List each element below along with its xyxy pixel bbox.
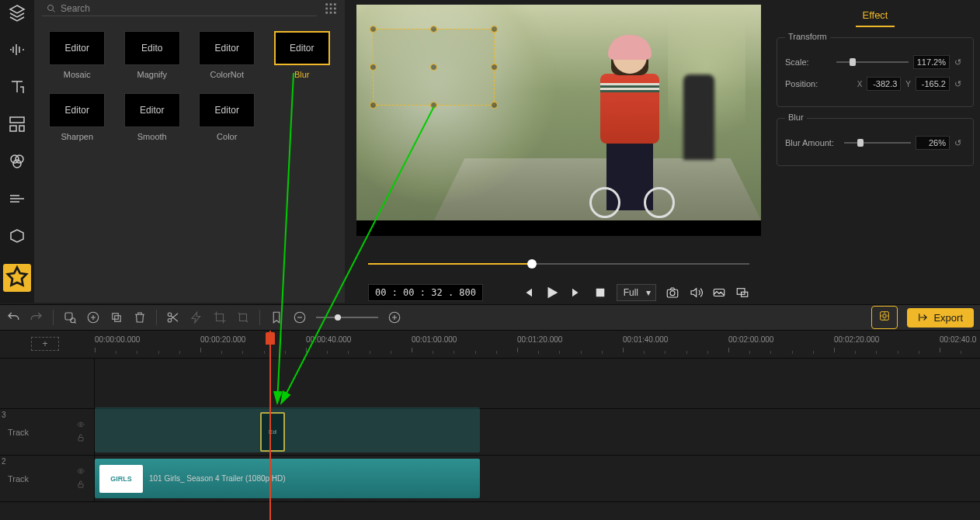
split-icon[interactable] xyxy=(166,310,180,324)
filters-icon[interactable] xyxy=(8,152,26,171)
svg-rect-2 xyxy=(19,126,24,131)
resize-handle[interactable] xyxy=(491,64,498,71)
position-y[interactable]: -165.2 xyxy=(916,77,950,91)
blur-amount-slider[interactable] xyxy=(844,138,911,147)
svg-rect-9 xyxy=(334,3,336,5)
zoom-slider[interactable] xyxy=(316,313,378,322)
export-button[interactable]: Export xyxy=(907,308,974,328)
position-x[interactable]: -382.3 xyxy=(867,77,901,91)
visibility-icon[interactable] xyxy=(75,467,86,477)
resize-handle[interactable] xyxy=(370,64,377,71)
playhead[interactable] xyxy=(269,331,271,520)
properties-panel: Effect Transform Scale: 117.2% ↺ Positio… xyxy=(770,0,980,303)
search-input[interactable]: Search xyxy=(42,2,317,16)
search-placeholder: Search xyxy=(61,3,90,14)
effect-item-magnify[interactable]: EditoMagnify xyxy=(120,31,185,79)
transitions-icon[interactable] xyxy=(8,189,26,208)
rotate-icon[interactable] xyxy=(236,310,250,324)
zoom-in-button[interactable] xyxy=(387,310,401,324)
snapshot-icon[interactable] xyxy=(665,286,679,300)
add-marker-icon[interactable] xyxy=(86,310,100,324)
svg-rect-8 xyxy=(330,3,332,5)
timecode[interactable]: 00 : 00 : 32 . 800 xyxy=(368,284,483,301)
effect-item-colornot[interactable]: EditorColorNot xyxy=(195,31,259,79)
effect-item-mosaic[interactable]: EditorMosaic xyxy=(45,31,109,79)
track-number: 2 xyxy=(2,457,6,466)
reset-icon[interactable]: ↺ xyxy=(954,57,965,68)
svg-point-4 xyxy=(16,155,23,163)
bookmark-icon[interactable] xyxy=(269,310,283,324)
ruler-tick: 00:02:20.000 xyxy=(834,335,879,344)
blur-amount-value[interactable]: 26% xyxy=(916,136,950,150)
lock-icon[interactable] xyxy=(75,433,86,444)
effect-item-sharpen[interactable]: EditorSharpen xyxy=(45,93,109,141)
add-track-button[interactable]: + xyxy=(31,337,59,351)
seek-bar[interactable] xyxy=(368,256,749,272)
reset-icon[interactable]: ↺ xyxy=(954,138,965,148)
zoom-out-button[interactable] xyxy=(293,310,307,324)
templates-icon[interactable] xyxy=(8,115,26,133)
audio-icon[interactable] xyxy=(8,40,26,59)
scale-value[interactable]: 117.2% xyxy=(913,55,950,69)
redo-button[interactable] xyxy=(30,310,43,324)
reset-icon[interactable]: ↺ xyxy=(954,79,965,89)
timeline: + 00:00:00.00000:00:20.00000:00:40.00000… xyxy=(0,331,980,520)
ruler-tick: 00:01:20.000 xyxy=(517,335,562,344)
resize-handle[interactable] xyxy=(430,102,437,109)
resize-handle[interactable] xyxy=(491,26,498,33)
track-body[interactable]: GIRLS 101 Girls_ Season 4 Trailer (1080p… xyxy=(95,456,980,501)
stickers-icon[interactable] xyxy=(8,227,26,245)
effect-item-blur[interactable]: EditorBlur xyxy=(270,31,335,79)
preview-monitor[interactable] xyxy=(356,5,761,236)
play-button[interactable] xyxy=(544,284,561,301)
effect-item-color[interactable]: EditorColor xyxy=(195,93,259,141)
resize-handle[interactable] xyxy=(370,102,377,109)
effect-thumb: Edito xyxy=(124,31,180,65)
svg-point-33 xyxy=(80,423,82,425)
preview-frame xyxy=(356,5,761,236)
svg-rect-10 xyxy=(325,8,328,10)
stop-button[interactable] xyxy=(593,286,607,300)
marker-search-icon[interactable] xyxy=(63,310,77,324)
lock-icon[interactable] xyxy=(75,480,86,491)
ruler-tick: 00:00:20.000 xyxy=(200,335,245,344)
scale-slider[interactable] xyxy=(836,57,909,67)
crop-icon[interactable] xyxy=(213,310,227,324)
effects-icon[interactable] xyxy=(3,264,31,292)
svg-rect-26 xyxy=(115,316,121,322)
delete-icon[interactable] xyxy=(133,310,147,324)
prev-frame-button[interactable] xyxy=(520,286,534,300)
effect-label: Smooth xyxy=(137,132,167,141)
x-label: X xyxy=(857,80,863,88)
resize-handle[interactable] xyxy=(430,26,437,33)
svg-rect-16 xyxy=(596,289,604,297)
effect-thumb: Editor xyxy=(49,31,105,65)
effect-thumb: Editor xyxy=(124,93,180,127)
properties-tab[interactable]: Effect xyxy=(777,0,974,26)
section-legend: Blur xyxy=(785,113,807,122)
grid-view-icon[interactable] xyxy=(325,2,337,15)
svg-rect-15 xyxy=(334,12,336,14)
layers-icon[interactable] xyxy=(8,3,26,22)
resize-handle[interactable] xyxy=(370,26,377,33)
resize-handle[interactable] xyxy=(430,64,437,71)
effect-thumb: Editor xyxy=(199,31,255,65)
render-settings-button[interactable] xyxy=(871,306,898,329)
resize-handle[interactable] xyxy=(491,102,498,109)
copy-icon[interactable] xyxy=(109,310,123,324)
volume-icon[interactable] xyxy=(689,286,703,300)
speed-icon[interactable] xyxy=(189,310,203,324)
ruler-tick: 00:02:40.0 xyxy=(940,335,976,344)
visibility-icon[interactable] xyxy=(75,421,86,430)
position-label: Position: xyxy=(785,79,832,88)
blur-region[interactable] xyxy=(373,29,495,106)
fullscreen-icon[interactable] xyxy=(735,286,749,300)
quality-select[interactable]: Full xyxy=(617,284,656,301)
text-icon[interactable] xyxy=(8,78,26,96)
effect-item-smooth[interactable]: EditorSmooth xyxy=(120,93,185,141)
timeline-ruler[interactable]: + 00:00:00.00000:00:20.00000:00:40.00000… xyxy=(0,331,980,359)
undo-button[interactable] xyxy=(6,310,20,324)
next-frame-button[interactable] xyxy=(570,286,584,300)
video-clip[interactable]: GIRLS 101 Girls_ Season 4 Trailer (1080p… xyxy=(95,459,480,498)
detach-icon[interactable] xyxy=(712,286,726,300)
